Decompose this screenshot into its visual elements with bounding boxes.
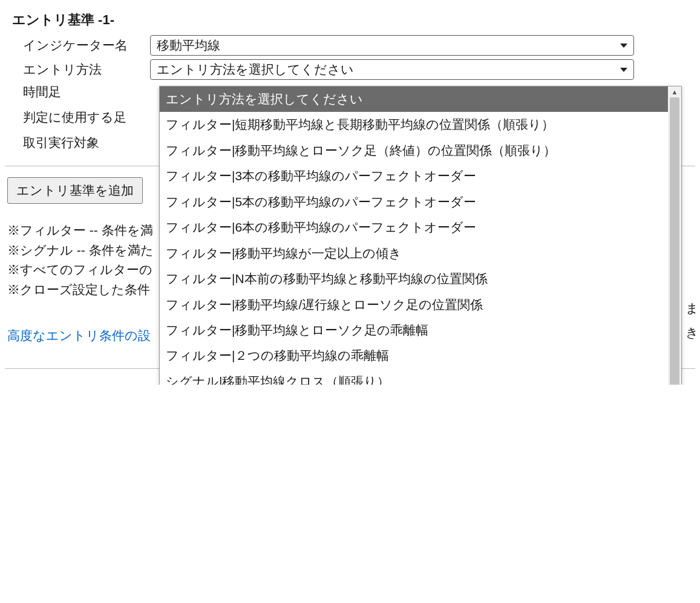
label-entry-method: エントリ方法 bbox=[23, 61, 150, 78]
select-entry-method[interactable]: エントリ方法を選択してください bbox=[150, 59, 634, 80]
dropdown-option[interactable]: フィルター|移動平均線とローソク足の乖離幅 bbox=[160, 318, 668, 343]
row-entry-method: エントリ方法 エントリ方法を選択してください bbox=[23, 59, 695, 80]
truncated-text: き bbox=[685, 321, 699, 345]
label-indicator-name: インジケーター名 bbox=[23, 37, 150, 54]
section-title: エントリ基準 -1- bbox=[12, 11, 695, 29]
label-exec-target: 取引実行対象 bbox=[23, 134, 150, 151]
select-entry-method-value: エントリ方法を選択してください bbox=[157, 61, 354, 78]
dropdown-option[interactable]: フィルター|5本の移動平均線のパーフェクトオーダー bbox=[160, 189, 668, 215]
chevron-down-icon bbox=[620, 44, 627, 48]
entry-method-dropdown[interactable]: エントリ方法を選択してくださいフィルター|短期移動平均線と長期移動平均線の位置関… bbox=[159, 86, 682, 385]
dropdown-option[interactable]: フィルター|移動平均線/遅行線とローソク足の位置関係 bbox=[160, 292, 668, 318]
dropdown-list: エントリ方法を選択してくださいフィルター|短期移動平均線と長期移動平均線の位置関… bbox=[160, 86, 668, 385]
truncated-text: ま bbox=[685, 296, 699, 321]
label-timeframe: 時間足 bbox=[23, 83, 150, 100]
dropdown-option[interactable]: フィルター|6本の移動平均線のパーフェクトオーダー bbox=[160, 215, 668, 240]
dropdown-option[interactable]: フィルター|２つの移動平均線の乖離幅 bbox=[160, 343, 668, 368]
dropdown-option[interactable]: フィルター|N本前の移動平均線と移動平均線の位置関係 bbox=[160, 266, 668, 292]
dropdown-option[interactable]: フィルター|移動平均線とローソク足（終値）の位置関係（順張り） bbox=[160, 138, 668, 163]
select-indicator-name[interactable]: 移動平均線 bbox=[150, 35, 634, 56]
dropdown-option[interactable]: シグナル|移動平均線クロス（順張り） bbox=[160, 369, 668, 385]
dropdown-scrollbar[interactable]: ▲ ▼ bbox=[668, 86, 681, 385]
scrollbar-thumb[interactable] bbox=[670, 97, 679, 385]
truncated-right: ま き bbox=[685, 296, 699, 345]
dropdown-option[interactable]: フィルター|3本の移動平均線のパーフェクトオーダー bbox=[160, 163, 668, 189]
dropdown-option[interactable]: フィルター|移動平均線が一定以上の傾き bbox=[160, 241, 668, 266]
row-indicator: インジケーター名 移動平均線 bbox=[23, 35, 695, 56]
scroll-up-icon[interactable]: ▲ bbox=[668, 86, 681, 97]
dropdown-option[interactable]: フィルター|短期移動平均線と長期移動平均線の位置関係（順張り） bbox=[160, 112, 668, 137]
chevron-down-icon bbox=[620, 68, 627, 72]
dropdown-option[interactable]: エントリ方法を選択してください bbox=[160, 86, 668, 112]
label-judge-bar: 判定に使用する足 bbox=[23, 109, 150, 126]
add-entry-criteria-button[interactable]: エントリ基準を追加 bbox=[7, 177, 143, 204]
select-indicator-value: 移動平均線 bbox=[157, 37, 220, 54]
